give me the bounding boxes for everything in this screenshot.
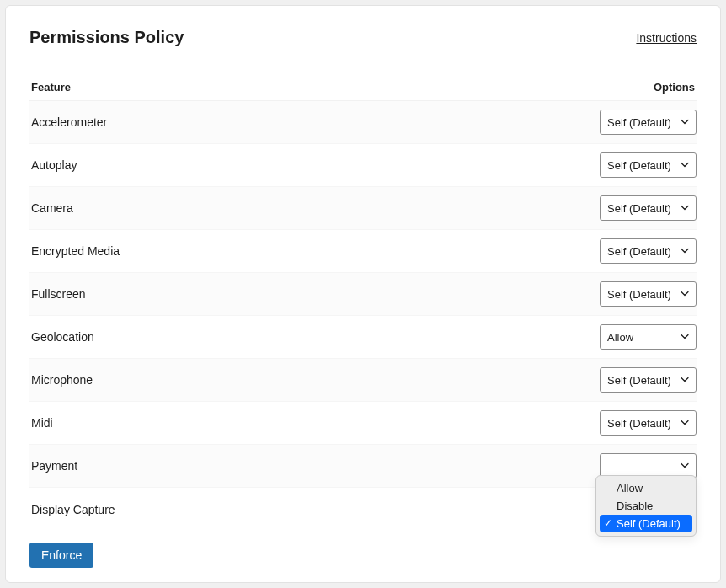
options-dropdown-menu[interactable]: AllowDisableSelf (Default) (595, 475, 697, 537)
enforce-button[interactable]: Enforce (29, 543, 93, 568)
options-select[interactable]: Self (Default) (600, 410, 697, 436)
table-header: Feature Options (29, 81, 697, 101)
select-value: Self (Default) (607, 159, 671, 172)
options-select[interactable]: Self (Default) (600, 238, 697, 264)
permissions-policy-card: Permissions Policy Instructions Feature … (5, 5, 721, 583)
chevron-down-icon (681, 202, 689, 215)
select-value: Self (Default) (607, 417, 671, 430)
table-row: CameraSelf (Default) (29, 187, 697, 230)
chevron-down-icon (681, 288, 689, 301)
feature-name: Microphone (29, 373, 93, 387)
select-value: Self (Default) (607, 245, 671, 258)
select-value: Self (Default) (607, 202, 671, 215)
table-rows: AccelerometerSelf (Default)AutoplaySelf … (29, 101, 697, 531)
chevron-down-icon (681, 331, 689, 344)
feature-name: Geolocation (29, 330, 94, 344)
options-select[interactable]: Allow (600, 324, 697, 350)
table-row: MidiSelf (Default) (29, 402, 697, 445)
options-select[interactable]: Self (Default) (600, 367, 697, 393)
chevron-down-icon (681, 333, 689, 341)
chevron-down-icon (681, 290, 689, 298)
options-select[interactable]: Self (Default) (600, 152, 697, 178)
feature-name: Camera (29, 201, 73, 215)
chevron-down-icon (681, 247, 689, 255)
table-row: MicrophoneSelf (Default) (29, 359, 697, 402)
chevron-down-icon (681, 419, 689, 427)
select-value: Self (Default) (607, 288, 671, 301)
feature-name: Autoplay (29, 158, 77, 172)
chevron-down-icon (681, 159, 689, 172)
feature-name: Encrypted Media (29, 244, 120, 258)
chevron-down-icon (681, 204, 689, 212)
dropdown-option[interactable]: Self (Default) (600, 515, 692, 532)
chevron-down-icon (681, 460, 689, 473)
options-column-header: Options (654, 81, 695, 94)
chevron-down-icon (681, 116, 689, 129)
chevron-down-icon (681, 245, 689, 258)
feature-name: Accelerometer (29, 115, 107, 129)
page-title: Permissions Policy (29, 28, 184, 47)
chevron-down-icon (681, 118, 689, 126)
chevron-down-icon (681, 374, 689, 387)
feature-name: Payment (29, 459, 77, 473)
dropdown-option[interactable]: Allow (600, 479, 692, 497)
options-select[interactable]: Self (Default) (600, 110, 697, 135)
feature-name: Display Capture (29, 503, 115, 516)
select-value: Allow (607, 331, 633, 344)
feature-name: Fullscreen (29, 287, 86, 301)
chevron-down-icon (681, 417, 689, 430)
chevron-down-icon (681, 376, 689, 384)
table-row: Encrypted MediaSelf (Default) (29, 230, 697, 273)
chevron-down-icon (681, 161, 689, 169)
select-value: Self (Default) (607, 116, 671, 129)
options-select[interactable]: Self (Default) (600, 195, 697, 221)
table-row: AccelerometerSelf (Default) (29, 101, 697, 144)
dropdown-option[interactable]: Disable (600, 497, 692, 515)
table-row: FullscreenSelf (Default) (29, 273, 697, 316)
feature-column-header: Feature (31, 81, 71, 94)
card-header: Permissions Policy Instructions (29, 28, 697, 47)
table-row: AutoplaySelf (Default) (29, 144, 697, 187)
table-row: GeolocationAllow (29, 316, 697, 359)
chevron-down-icon (681, 462, 689, 470)
feature-name: Midi (29, 416, 53, 430)
instructions-link[interactable]: Instructions (636, 31, 697, 45)
select-value: Self (Default) (607, 374, 671, 387)
options-select[interactable]: Self (Default) (600, 281, 697, 307)
